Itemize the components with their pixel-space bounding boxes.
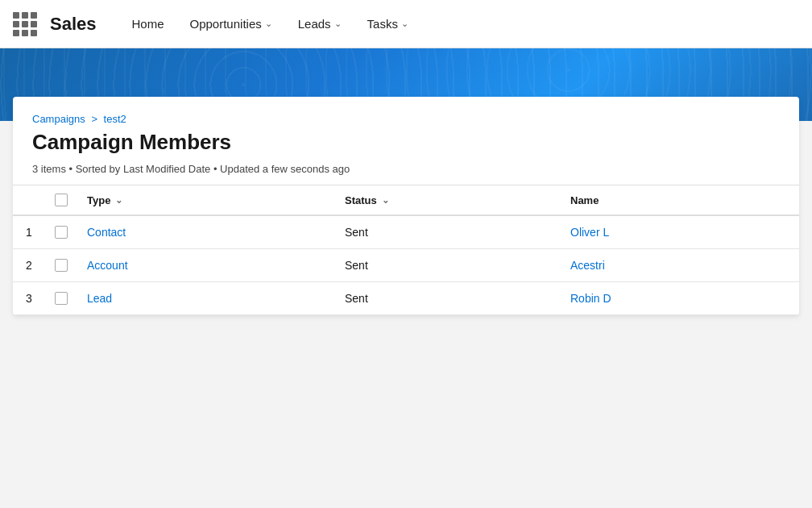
nav-opportunities[interactable]: Opportunities ⌄	[180, 0, 282, 48]
app-title: Sales	[50, 14, 97, 35]
row-type-3[interactable]: Lead	[77, 282, 335, 315]
row-status-1: Sent	[335, 215, 561, 249]
col-name-label: Name	[570, 194, 599, 206]
nav-bar: Sales Home Opportunities ⌄ Leads ⌄ Tasks…	[0, 0, 812, 48]
chevron-down-icon: ⌄	[334, 19, 342, 29]
breadcrumb-current-link[interactable]: test2	[104, 113, 126, 125]
card-header: Campaigns > test2 Campaign Members 3 ite…	[13, 97, 799, 185]
nav-home[interactable]: Home	[122, 0, 174, 48]
row-checkbox-1[interactable]	[45, 215, 77, 249]
row-checkbox-2[interactable]	[45, 249, 77, 282]
page-title: Campaign Members	[32, 130, 780, 155]
nav-opportunities-label: Opportunities	[190, 17, 262, 31]
nav-home-label: Home	[132, 17, 164, 31]
nav-leads[interactable]: Leads ⌄	[288, 0, 351, 48]
row-num-1: 1	[13, 215, 45, 249]
row-1-name-link[interactable]: Oliver L	[570, 226, 609, 239]
meta-info: 3 items • Sorted by Last Modified Date •…	[32, 163, 780, 175]
chevron-down-icon: ⌄	[401, 19, 408, 29]
table-row: 1 Contact Sent Oliver L	[13, 215, 799, 249]
row-type-2[interactable]: Account	[77, 249, 335, 282]
col-status-header[interactable]: Status ⌄	[335, 185, 561, 216]
row-1-type-link[interactable]: Contact	[87, 226, 126, 239]
chevron-down-icon: ⌄	[265, 19, 272, 29]
table-row: 2 Account Sent Acestri	[13, 249, 799, 282]
row-3-name-link[interactable]: Robin D	[570, 292, 611, 305]
row-2-type-link[interactable]: Account	[87, 259, 128, 272]
breadcrumb-parent-link[interactable]: Campaigns	[32, 113, 85, 125]
header-checkbox[interactable]	[55, 194, 68, 206]
row-num-3: 3	[13, 282, 45, 315]
col-type-label: Type	[87, 194, 110, 206]
row-type-1[interactable]: Contact	[77, 215, 335, 249]
sort-icon-type: ⌄	[115, 195, 122, 206]
col-checkbox-header[interactable]	[45, 185, 77, 216]
content-card: Campaigns > test2 Campaign Members 3 ite…	[13, 97, 799, 315]
col-row-num	[13, 185, 45, 216]
row-name-1[interactable]: Oliver L	[561, 215, 799, 249]
table-header-row: Type ⌄ Status ⌄ Name	[13, 185, 799, 216]
row-1-checkbox[interactable]	[55, 226, 68, 239]
row-name-2[interactable]: Acestri	[561, 249, 799, 282]
nav-tasks-label: Tasks	[367, 17, 398, 31]
col-name-header: Name	[561, 185, 799, 216]
col-status-label: Status	[345, 194, 377, 206]
nav-leads-label: Leads	[298, 17, 331, 31]
row-2-name-link[interactable]: Acestri	[570, 259, 605, 272]
row-num-2: 2	[13, 249, 45, 282]
breadcrumb-separator: >	[91, 113, 97, 125]
sort-icon-status: ⌄	[382, 195, 389, 206]
breadcrumb: Campaigns > test2	[32, 113, 780, 125]
row-status-3: Sent	[335, 282, 561, 315]
table-row: 3 Lead Sent Robin D	[13, 282, 799, 315]
row-3-checkbox[interactable]	[55, 292, 68, 305]
main-content: Campaigns > test2 Campaign Members 3 ite…	[0, 121, 812, 508]
row-name-3[interactable]: Robin D	[561, 282, 799, 315]
data-table: Type ⌄ Status ⌄ Name	[13, 185, 799, 315]
row-2-checkbox[interactable]	[55, 259, 68, 272]
nav-tasks[interactable]: Tasks ⌄	[358, 0, 418, 48]
row-checkbox-3[interactable]	[45, 282, 77, 315]
row-3-type-link[interactable]: Lead	[87, 292, 112, 305]
row-status-2: Sent	[335, 249, 561, 282]
app-grid-icon[interactable]	[13, 12, 37, 36]
col-type-header[interactable]: Type ⌄	[77, 185, 335, 216]
